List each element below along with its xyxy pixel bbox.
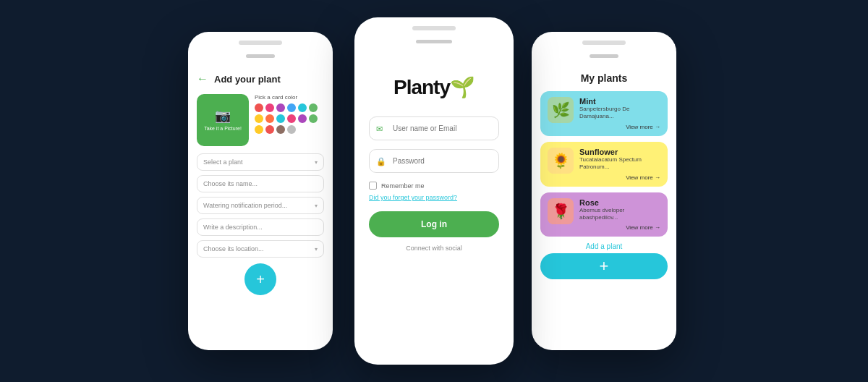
chevron-down-icon: ▾: [315, 159, 318, 166]
color-dot[interactable]: [298, 114, 307, 123]
plant-info-sunflower: Sunflower Tucatalacatum Spectum Patronum…: [579, 148, 660, 181]
color-dot[interactable]: [265, 114, 274, 123]
plant-card-rose[interactable]: 🌹 Rose Abemus dveloper abashpedilov... V…: [540, 192, 668, 237]
view-more-sunflower[interactable]: View more →: [579, 174, 660, 181]
add-plant-title: Add your plant: [214, 74, 281, 85]
watering-label: Watering notification period...: [203, 202, 287, 209]
location-dropdown[interactable]: Choose its location... ▾: [197, 240, 324, 258]
location-label: Choose its location...: [203, 245, 264, 252]
plant-thumbnail-sunflower: 🌻: [548, 148, 574, 174]
plant-name-rose: Rose: [579, 198, 660, 207]
plant-card-mint[interactable]: 🌿 Mint Sanpetersburgo De Damajuana... Vi…: [540, 91, 668, 136]
remember-me-label: Remember me: [381, 182, 425, 190]
watering-dropdown[interactable]: Watering notification period... ▾: [197, 197, 324, 214]
plant-thumbnail-rose: 🌹: [548, 198, 574, 224]
back-arrow-icon[interactable]: ←: [197, 72, 208, 85]
plant-name-mint: Mint: [579, 97, 660, 106]
view-more-rose[interactable]: View more →: [579, 224, 660, 231]
add-plant-button[interactable]: +: [244, 263, 276, 295]
my-plants-title: My plants: [540, 72, 668, 84]
logo-text-planty: Planty: [393, 76, 450, 98]
login-button[interactable]: Log in: [369, 211, 499, 237]
color-dot[interactable]: [255, 103, 263, 112]
color-dot[interactable]: [309, 103, 318, 112]
add-plant-fab-button[interactable]: +: [540, 253, 668, 279]
remember-me-checkbox[interactable]: [369, 182, 377, 190]
center-phone: Planty🌱 ✉ 🔒 Remember me Did you forget y…: [354, 17, 514, 365]
right-phone: My plants 🌿 Mint Sanpetersburgo De Damaj…: [532, 32, 676, 350]
password-input-group: 🔒: [369, 149, 499, 173]
plant-desc-rose: Abemus dveloper abashpedilov...: [579, 207, 660, 222]
app-logo: Planty🌱: [393, 76, 475, 98]
camera-label: Take it a Picture!: [204, 126, 242, 132]
color-dot[interactable]: [287, 114, 296, 123]
description-placeholder: Write a description...: [203, 224, 263, 231]
plant-thumbnail-mint: 🌿: [548, 97, 574, 123]
camera-button[interactable]: 📷 Take it a Picture!: [197, 94, 249, 146]
logo-leaf-icon: 🌱: [450, 76, 475, 98]
left-phone: ← Add your plant 📷 Take it a Picture! Pi…: [188, 32, 333, 350]
plant-desc-sunflower: Tucatalacatum Spectum Patronum...: [579, 156, 660, 171]
plant-desc-mint: Sanpetersburgo De Damajuana...: [579, 106, 660, 121]
color-dot[interactable]: [276, 103, 285, 112]
chevron-down-icon: ▾: [315, 203, 318, 209]
plant-info-rose: Rose Abemus dveloper abashpedilov... Vie…: [579, 198, 660, 232]
plant-name-placeholder: Choose its name...: [203, 180, 258, 187]
plus-icon: +: [256, 271, 265, 288]
plant-info-mint: Mint Sanpetersburgo De Damajuana... View…: [579, 97, 660, 130]
select-plant-dropdown[interactable]: Select a plant ▾: [197, 153, 324, 171]
color-dot[interactable]: [309, 114, 318, 123]
color-dot[interactable]: [276, 125, 285, 134]
username-input[interactable]: [369, 116, 499, 140]
username-input-group: ✉: [369, 116, 499, 140]
color-dot[interactable]: [276, 114, 285, 123]
color-picker: Pick a card color: [255, 94, 324, 146]
plant-card-sunflower[interactable]: 🌻 Sunflower Tucatalacatum Spectum Patron…: [540, 142, 668, 187]
password-input[interactable]: [369, 149, 499, 173]
plant-name-input[interactable]: Choose its name...: [197, 175, 324, 192]
color-dot[interactable]: [265, 103, 274, 112]
plus-fab-icon: +: [600, 257, 609, 276]
color-dot[interactable]: [298, 103, 307, 112]
chevron-down-icon: ▾: [315, 246, 318, 252]
add-plant-label: Add a plant: [540, 242, 668, 250]
logo-container: Planty🌱: [393, 75, 475, 99]
select-plant-label: Select a plant: [203, 158, 243, 166]
description-input[interactable]: Write a description...: [197, 218, 324, 236]
forgot-password-link[interactable]: Did you forget your password?: [369, 194, 499, 201]
color-dot[interactable]: [255, 125, 263, 134]
color-dot[interactable]: [287, 103, 296, 112]
connect-social-label: Connect with social: [406, 245, 462, 252]
view-more-mint[interactable]: View more →: [579, 124, 660, 130]
color-dot[interactable]: [265, 125, 274, 134]
camera-icon: 📷: [215, 108, 231, 124]
color-dot[interactable]: [255, 114, 263, 123]
plant-name-sunflower: Sunflower: [579, 148, 660, 156]
lock-icon: 🔒: [376, 156, 386, 166]
color-dots-container: [255, 103, 324, 134]
color-picker-label: Pick a card color: [255, 94, 324, 101]
color-dot[interactable]: [287, 125, 296, 134]
remember-me-row: Remember me: [369, 182, 499, 190]
envelope-icon: ✉: [376, 124, 383, 133]
